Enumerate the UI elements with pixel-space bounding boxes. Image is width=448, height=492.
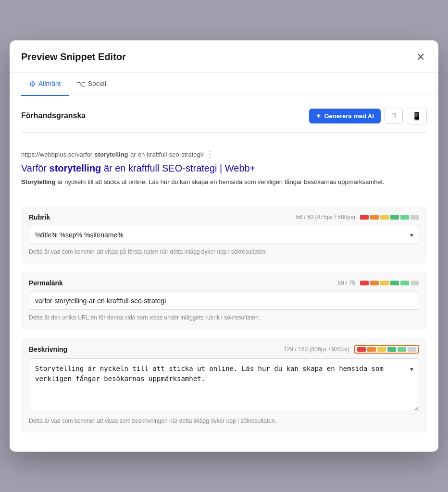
permalank-input[interactable] xyxy=(29,292,419,310)
progress-seg-2 xyxy=(367,347,376,352)
tab-social-label: Social xyxy=(88,80,106,87)
beskrivning-meta: 129 / 160 (806px / 920px) xyxy=(284,345,419,354)
permalank-label: Permalänk xyxy=(29,279,63,287)
preview-url: https://webbplus.se/varfor-storytelling-… xyxy=(21,150,427,159)
permalank-progress-bar xyxy=(360,281,419,285)
preview-section-title: Förhandsgranska xyxy=(21,111,86,120)
progress-seg-5 xyxy=(400,281,409,285)
preview-actions: ✦ Generera med AI 🖥 📱 xyxy=(309,108,427,124)
progress-seg-5 xyxy=(400,215,409,220)
rubrik-meta: 56 / 60 (475px / 580px) xyxy=(296,214,419,221)
progress-seg-6 xyxy=(411,281,419,285)
url-text: https://webbplus.se/varfor-storytelling-… xyxy=(21,151,203,158)
rubrik-input[interactable] xyxy=(29,226,419,244)
permalank-header: Permalänk 69 / 75 xyxy=(29,279,419,287)
permalank-section: Permalänk 69 / 75 Detta xyxy=(21,271,427,330)
ai-icon: ✦ xyxy=(316,112,321,120)
preview-snippet-editor-modal: Preview Snippet Editor ✕ ⚙ Allmänt ⌥ Soc… xyxy=(10,40,438,452)
tab-allman[interactable]: ⚙ Allmänt xyxy=(21,73,69,96)
rubrik-section: Rubrik 56 / 60 (475px / 580px) xyxy=(21,206,427,264)
modal-overlay: Preview Snippet Editor ✕ ⚙ Allmänt ⌥ Soc… xyxy=(10,40,438,452)
progress-seg-5 xyxy=(398,347,406,352)
preview-desc-bold: Storytelling xyxy=(21,178,56,185)
modal-title: Preview Snippet Editor xyxy=(21,51,126,62)
mobile-icon: 📱 xyxy=(412,112,422,120)
ai-button-label: Generera med AI xyxy=(324,112,374,120)
url-bold: storytelling xyxy=(94,151,128,158)
desktop-view-button[interactable]: 🖥 xyxy=(385,108,403,124)
progress-seg-1 xyxy=(360,281,369,285)
mobile-view-button[interactable]: 📱 xyxy=(407,108,427,124)
modal-body: Förhandsgranska ✦ Generera med AI 🖥 📱 xyxy=(10,96,438,452)
tab-social[interactable]: ⌥ Social xyxy=(69,73,114,96)
beskrivning-progress-bar xyxy=(354,345,419,354)
preview-section-header: Förhandsgranska ✦ Generera med AI 🖥 📱 xyxy=(21,108,427,124)
divider xyxy=(21,132,427,133)
beskrivning-textarea[interactable]: Storytelling är nyckeln till att sticka … xyxy=(29,358,419,411)
progress-seg-1 xyxy=(357,347,366,352)
permalank-counter: 69 / 75 xyxy=(337,280,355,286)
permalank-hint: Detta är den unika URL:en för denna sida… xyxy=(29,314,419,322)
desktop-icon: 🖥 xyxy=(390,111,398,120)
progress-seg-2 xyxy=(370,281,379,285)
progress-seg-3 xyxy=(380,215,389,220)
preview-description: Storytelling är nyckeln till att sticka … xyxy=(21,177,427,187)
progress-seg-4 xyxy=(390,215,399,220)
beskrivning-label: Beskrivning xyxy=(29,345,67,353)
rubrik-label: Rubrik xyxy=(29,213,50,221)
beskrivning-counter: 129 / 160 (806px / 920px) xyxy=(284,346,349,353)
progress-seg-6 xyxy=(411,215,419,220)
rubrik-header: Rubrik 56 / 60 (475px / 580px) xyxy=(29,213,419,221)
preview-title: Varför storytelling är en kraftfull SEO-… xyxy=(21,162,427,174)
beskrivning-dropdown-arrow: ▾ xyxy=(410,365,413,373)
preview-title-bold: storytelling xyxy=(50,163,101,173)
modal-header: Preview Snippet Editor ✕ xyxy=(10,40,438,73)
progress-seg-1 xyxy=(360,215,369,220)
beskrivning-header: Beskrivning 129 / 160 (806px / 920px) xyxy=(29,345,419,354)
progress-seg-2 xyxy=(370,215,379,220)
tab-allman-label: Allmänt xyxy=(38,80,61,87)
gear-icon: ⚙ xyxy=(29,79,36,88)
progress-seg-4 xyxy=(387,347,396,352)
rubrik-input-wrapper: ▾ xyxy=(29,226,419,244)
beskrivning-textarea-wrapper: Storytelling är nyckeln till att sticka … xyxy=(29,358,419,413)
close-button[interactable]: ✕ xyxy=(414,50,427,64)
url-more-dots[interactable]: ⋮ xyxy=(206,150,214,159)
progress-seg-3 xyxy=(380,281,389,285)
rubrik-progress-bar xyxy=(360,215,419,220)
progress-seg-4 xyxy=(390,281,399,285)
progress-seg-6 xyxy=(408,347,416,352)
beskrivning-hint: Detta är vad som kommer att visas som be… xyxy=(29,417,419,425)
progress-seg-3 xyxy=(377,347,386,352)
generate-ai-button[interactable]: ✦ Generera med AI xyxy=(309,109,381,123)
tab-bar: ⚙ Allmänt ⌥ Social xyxy=(10,73,438,96)
rubrik-hint: Detta är vad som kommer att visas på för… xyxy=(29,248,419,256)
seo-preview-box: https://webbplus.se/varfor-storytelling-… xyxy=(21,142,427,197)
share-icon: ⌥ xyxy=(76,79,85,88)
permalank-meta: 69 / 75 xyxy=(337,280,419,286)
rubrik-counter: 56 / 60 (475px / 580px) xyxy=(296,214,355,221)
beskrivning-section: Beskrivning 129 / 160 (806px / 920px) xyxy=(21,337,427,433)
